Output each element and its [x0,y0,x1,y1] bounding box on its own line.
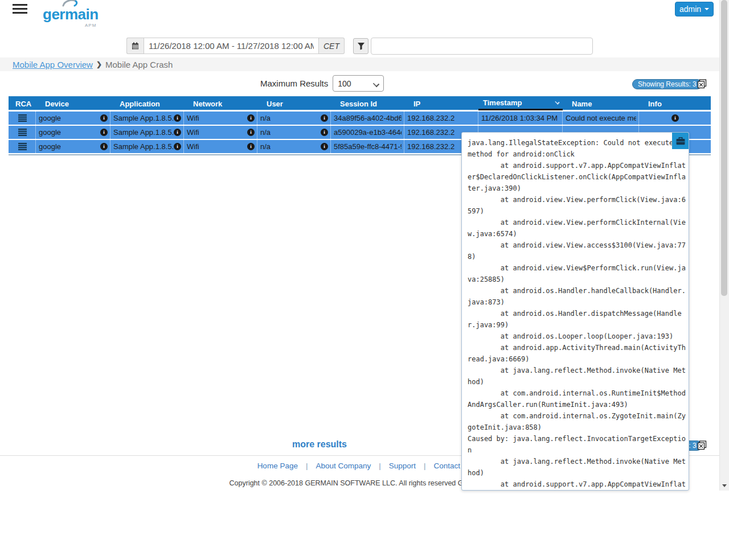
briefcase-icon [676,137,685,145]
column-header-ip[interactable]: IP [404,97,478,110]
max-results-group: Maximum Results 100 [260,75,384,92]
calendar-button[interactable] [126,38,144,54]
column-header-user[interactable]: User [257,97,331,110]
copy-results-icon[interactable] [697,440,707,450]
admin-menu-label: admin [679,5,701,14]
info-icon[interactable] [174,143,181,150]
info-icon[interactable] [671,114,679,122]
sort-caret-down-icon [555,100,559,104]
info-icon[interactable] [321,129,328,136]
breadcrumb-link-mobile-app-overview[interactable]: Mobile App Overview [13,60,93,69]
timestamp-cell: 11/26/2018 1:03:34 PM [481,114,558,122]
column-header-network[interactable]: Network [184,97,257,110]
breadcrumb-current: Mobile App Crash [105,60,173,69]
application-cell: Sample App.1.8.5.1-S [113,142,174,151]
column-header-application[interactable]: Application [110,97,184,110]
device-cell: google [39,142,61,151]
filter-funnel-icon [357,42,365,50]
table-row[interactable]: google Sample App.1.8.5.1-S Wifi n/a 34a… [9,112,711,125]
showing-results-badge: Showing Results: 3 [632,79,702,89]
more-results-link[interactable]: more results [234,439,405,450]
copy-results-icon[interactable] [697,79,707,89]
application-cell: Sample App.1.8.5.1-S [113,128,174,137]
footer-link-support[interactable]: Support [389,462,416,470]
rca-button[interactable] [9,126,36,139]
network-cell: Wifi [187,128,199,137]
rca-lines-icon [18,114,27,122]
caret-down-icon [705,8,709,10]
search-input[interactable] [371,38,593,55]
date-range-group: CET [126,38,345,54]
stack-trace-popup: java.lang.IllegalStateException: Could n… [461,132,689,491]
max-results-select[interactable]: 100 [333,75,384,92]
max-results-label: Maximum Results [260,79,328,88]
filter-button[interactable] [353,38,368,54]
info-icon[interactable] [174,129,181,136]
column-header-info[interactable]: Info [639,97,711,110]
calendar-icon [132,42,139,50]
footer-separator: | [424,462,426,470]
max-results-select-wrap: 100 [333,75,384,92]
device-cell: google [39,114,61,122]
application-cell: Sample App.1.8.5.1-S [113,114,174,122]
ip-cell: 192.168.232.2 [407,142,454,151]
rca-lines-icon [18,129,27,136]
rca-button[interactable] [9,112,36,125]
session-id-cell: 5f85a59e-ffc8-4471-9... [334,142,402,151]
rca-button[interactable] [9,140,36,153]
timezone-label: CET [319,38,345,54]
info-icon[interactable] [100,129,108,136]
info-icon[interactable] [321,143,328,150]
info-icon[interactable] [247,143,255,150]
user-cell: n/a [260,114,271,122]
footer-separator: | [306,462,308,470]
user-cell: n/a [260,128,271,137]
session-id-cell: a590029a-e1b3-464e... [334,128,402,137]
column-header-timestamp[interactable]: Timestamp [478,97,563,110]
ip-cell: 192.168.232.2 [407,114,454,122]
date-range-input[interactable] [144,38,319,54]
page: germain APM admin CET Mobile Ap [0,0,729,560]
info-icon[interactable] [100,114,108,122]
column-header-device[interactable]: Device [36,97,110,110]
ip-cell: 192.168.232.2 [407,128,454,137]
info-icon[interactable] [100,143,108,150]
admin-menu-button[interactable]: admin [675,2,714,17]
user-cell: n/a [260,142,271,151]
column-header-name[interactable]: Name [563,97,639,110]
info-icon[interactable] [174,114,181,122]
network-cell: Wifi [187,142,199,151]
germain-logo[interactable]: germain APM [43,1,105,27]
info-icon[interactable] [247,129,255,136]
footer-separator: | [379,462,381,470]
network-cell: Wifi [187,114,199,122]
logo-subtitle: APM [85,23,96,28]
session-id-cell: 34a89f56-a402-4bd6-... [334,114,402,122]
rca-analysis-button[interactable] [672,133,689,149]
menu-hamburger-icon[interactable] [13,4,27,16]
breadcrumb-chevron-icon: ❯ [96,60,102,68]
logo-text: germain [43,6,99,23]
table-header-row: RCA Device Application Network User Sess… [9,96,711,110]
column-header-timestamp-label: Timestamp [483,98,522,107]
info-icon[interactable] [321,114,328,122]
column-header-session-id[interactable]: Session Id [331,97,404,110]
column-header-rca[interactable]: RCA [9,97,36,110]
name-cell: Could not execute me... [566,114,636,122]
breadcrumb: Mobile App Overview ❯ Mobile App Crash [0,57,729,71]
scrollbar-thumb[interactable] [721,0,727,296]
device-cell: google [39,128,61,137]
stack-trace-text: java.lang.IllegalStateException: Could n… [462,133,689,491]
footer-link-about-company[interactable]: About Company [316,462,371,470]
footer-link-home-page[interactable]: Home Page [257,462,298,470]
info-icon[interactable] [247,114,255,122]
scrollbar-down-arrow[interactable] [719,481,729,491]
rca-lines-icon [18,143,27,150]
